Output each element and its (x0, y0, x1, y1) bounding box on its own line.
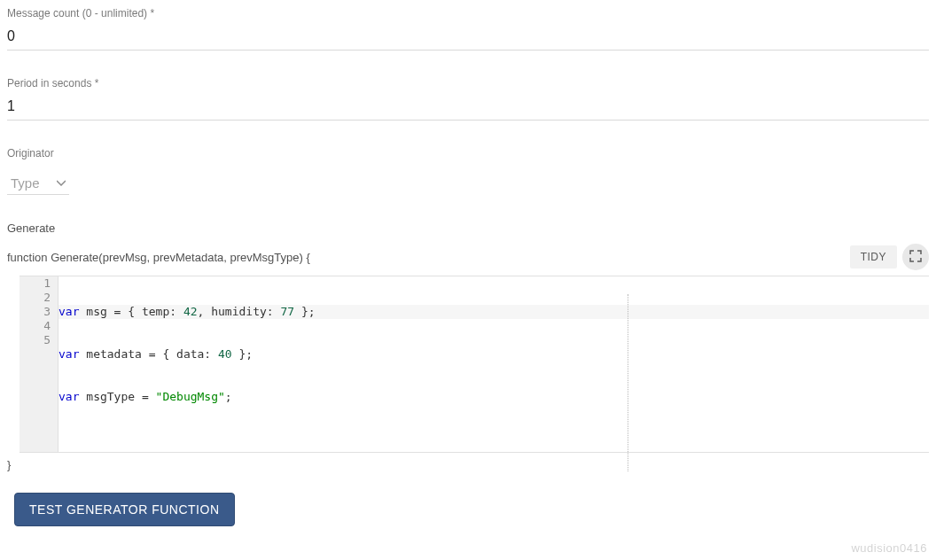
generate-label: Generate (7, 222, 929, 235)
line-number: 1 (20, 276, 51, 291)
chevron-down-icon (57, 176, 66, 191)
function-close-brace: } (7, 458, 929, 471)
line-number: 4 (20, 319, 51, 333)
line-number: 3 (20, 305, 51, 319)
period-label: Period in seconds * (7, 77, 929, 89)
line-number: 2 (20, 291, 51, 305)
originator-type-placeholder: Type (11, 175, 48, 191)
code-line: var msgType = "DebugMsg"; (58, 390, 929, 404)
fullscreen-icon (909, 250, 922, 265)
message-count-label: Message count (0 - unlimited) * (7, 7, 929, 19)
code-line (58, 432, 929, 447)
code-line: var metadata = { data: 40 }; (58, 347, 929, 362)
function-signature: function Generate(prevMsg, prevMetadata,… (7, 251, 850, 264)
tidy-button[interactable]: TIDY (850, 245, 897, 268)
period-input[interactable] (7, 95, 929, 121)
period-field: Period in seconds * (7, 77, 929, 121)
originator-label: Originator (7, 147, 929, 159)
message-count-field: Message count (0 - unlimited) * (7, 7, 929, 51)
code-area[interactable]: var msg = { temp: 42, humidity: 77 }; va… (58, 276, 929, 452)
line-number: 5 (20, 333, 51, 347)
fullscreen-button[interactable] (902, 244, 929, 270)
originator-type-select[interactable]: Type (7, 172, 69, 195)
test-generator-button[interactable]: TEST GENERATOR FUNCTION (14, 493, 235, 526)
code-line: var msg = { temp: 42, humidity: 77 }; (58, 305, 929, 319)
watermark: wudision0416 (851, 541, 927, 555)
code-editor[interactable]: 1 2 3 4 5 var msg = { temp: 42, humidity… (20, 276, 929, 453)
line-gutter: 1 2 3 4 5 (20, 276, 58, 452)
editor-header: function Generate(prevMsg, prevMetadata,… (7, 244, 929, 270)
message-count-input[interactable] (7, 25, 929, 51)
